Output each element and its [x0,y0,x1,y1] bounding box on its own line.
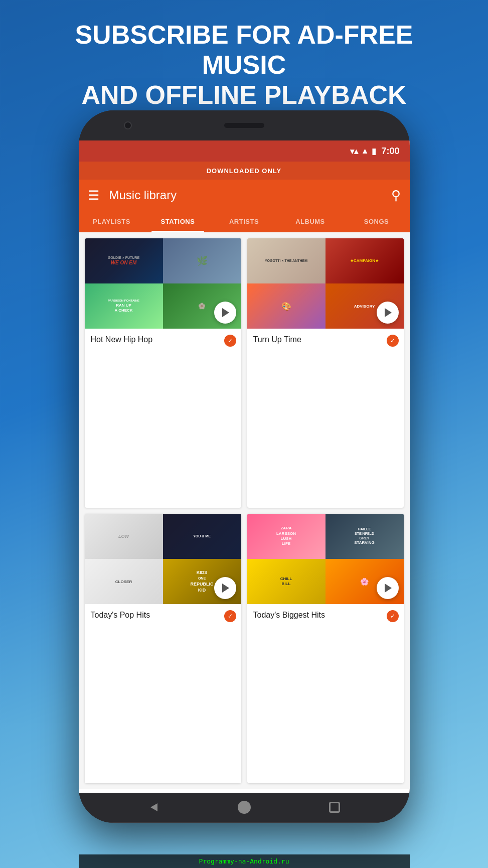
playlist-name-4: Today's Biggest Hits [253,611,388,620]
playlist-info-4: Today's Biggest Hits ⋮ ✓ [247,604,404,625]
playlist-name-2: Turn Up Time [253,335,388,344]
download-banner: DOWNLOADED ONLY [79,162,410,180]
playlist-card-todays-biggest-hits[interactable]: ZARALARSSONLUSHLIFE HAILEESTEINFELDGREYS… [247,514,404,783]
time-display: 7:00 [381,146,399,157]
watermark: Programmy-na-Android.ru [79,854,410,868]
play-triangle-icon-2 [385,308,392,317]
thumb-cell-4-3: CHILLBILL [247,559,326,604]
playlist-name-3: Today's Pop Hits [91,611,225,620]
watermark-text: Programmy-na-Android.ru [199,857,289,865]
phone-speaker [224,123,264,128]
recents-button[interactable] [327,800,342,815]
download-check-1: ✓ [224,335,236,347]
promo-line2: AND OFFLINE PLAYBACK [81,80,406,109]
promo-text: SUBSCRIBE FOR AD-FREE MUSIC AND OFFLINE … [0,20,488,110]
thumb-cell-3-3: CLOSER [85,559,163,604]
playlist-thumb-3: LOW YOU & ME CLOSER [85,514,241,604]
phone-nav-bar [79,793,410,822]
play-button-3[interactable] [214,577,236,599]
play-triangle-icon [222,308,229,317]
play-button-4[interactable] [377,577,399,599]
download-check-3: ✓ [224,610,236,622]
playlist-info-2: Turn Up Time ⋮ ✓ [247,329,404,350]
thumb-cell-1-2: 🌿 [163,238,241,283]
status-icons: ▾▴ ▲ ▮ 7:00 [350,146,400,157]
home-circle-icon [238,801,251,814]
home-button[interactable] [237,800,252,815]
tab-playlists[interactable]: PLAYLISTS [79,211,145,232]
thumb-cell-2-2: ★CAMPAIGN★ [326,238,404,283]
tabs-bar: PLAYLISTS STATIONS ARTISTS ALBUMS SONGS [79,211,410,232]
back-arrow-icon [150,803,157,811]
playlist-thumb-2: YOGOTTI × THE ANTHEM ★CAMPAIGN★ [247,238,404,329]
status-bar: ▾▴ ▲ ▮ 7:00 [79,140,410,162]
tab-stations[interactable]: STATIONS [145,211,211,232]
phone-top-bar [79,110,410,140]
back-button[interactable] [146,800,161,815]
playlist-card-hot-new-hip-hop[interactable]: GOLDIE × FUTURE WE ON EM 🌿 PARDISON FONT… [85,238,241,508]
download-check-2: ✓ [387,335,399,347]
thumb-cell-1-1: GOLDIE × FUTURE WE ON EM [85,238,163,283]
hamburger-icon[interactable]: ☰ [88,188,99,203]
signal-icon: ▲ [361,147,369,156]
recents-square-icon [329,802,340,813]
playlist-info-3: Today's Pop Hits ⋮ ✓ [85,604,241,625]
app-header: ☰ Music library ⚲ [79,180,410,211]
search-icon[interactable]: ⚲ [391,188,401,203]
content-area: GOLDIE × FUTURE WE ON EM 🌿 PARDISON FONT… [79,232,410,789]
playlist-thumb-1: GOLDIE × FUTURE WE ON EM 🌿 PARDISON FONT… [85,238,241,329]
tab-songs[interactable]: SONGS [344,211,410,232]
play-button-1[interactable] [214,302,236,324]
tab-albums[interactable]: ALBUMS [277,211,344,232]
phone-screen: ▾▴ ▲ ▮ 7:00 DOWNLOADED ONLY ☰ Music libr… [79,140,410,793]
thumb-cell-3-1: LOW [85,514,163,559]
app-title: Music library [109,188,391,202]
tab-artists[interactable]: ARTISTS [211,211,277,232]
play-button-2[interactable] [377,302,399,324]
thumb-cell-2-1: YOGOTTI × THE ANTHEM [247,238,326,283]
playlist-thumb-4: ZARALARSSONLUSHLIFE HAILEESTEINFELDGREYS… [247,514,404,604]
thumb-cell-4-1: ZARALARSSONLUSHLIFE [247,514,326,559]
promo-line1: SUBSCRIBE FOR AD-FREE MUSIC [75,20,413,79]
wifi-icon: ▾▴ [350,147,358,156]
download-banner-text: DOWNLOADED ONLY [207,167,282,175]
playlist-info-1: Hot New Hip Hop ⋮ ✓ [85,329,241,350]
thumb-cell-4-2: HAILEESTEINFELDGREYSTARVING [326,514,404,559]
thumb-cell-2-3: 🎨 [247,283,326,329]
play-triangle-icon-3 [222,584,229,593]
phone-shell: ▾▴ ▲ ▮ 7:00 DOWNLOADED ONLY ☰ Music libr… [79,110,410,823]
play-triangle-icon-4 [385,584,392,593]
playlist-name-1: Hot New Hip Hop [91,335,225,344]
camera-circle [124,121,132,129]
thumb-cell-1-3: PARDISON FONTAINE RAN UPA CHECK [85,283,163,329]
playlist-card-turn-up-time[interactable]: YOGOTTI × THE ANTHEM ★CAMPAIGN★ [247,238,404,508]
download-check-4: ✓ [387,610,399,622]
thumb-cell-3-2: YOU & ME [163,514,241,559]
battery-icon: ▮ [372,147,376,156]
playlist-card-todays-pop-hits[interactable]: LOW YOU & ME CLOSER [85,514,241,783]
